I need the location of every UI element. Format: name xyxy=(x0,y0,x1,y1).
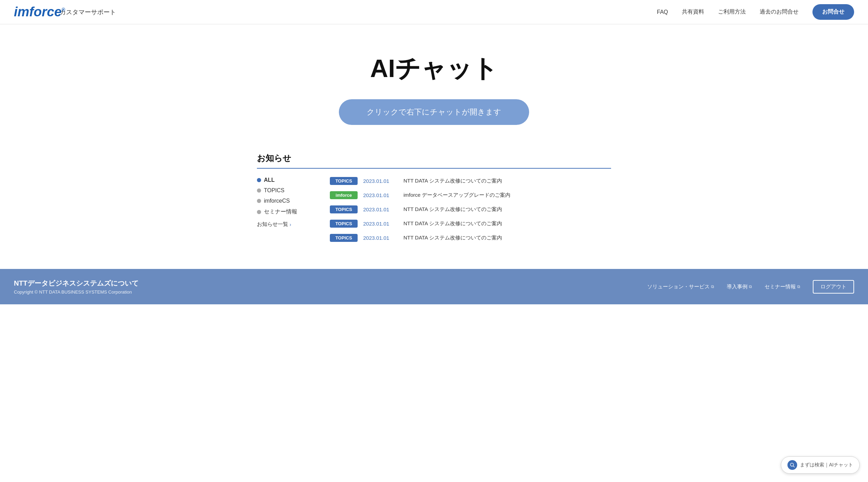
external-link-icon-2: ⧉ xyxy=(749,284,752,289)
external-link-icon-3: ⧉ xyxy=(797,284,800,289)
notice-item-2[interactable]: imforce 2023.01.01 imforce データベースアップグレード… xyxy=(330,191,611,199)
filter-dot-seminar xyxy=(257,210,261,214)
filter-label-all: ALL xyxy=(264,177,275,183)
notice-text-1: NTT DATA システム改修についてのご案内 xyxy=(403,178,502,184)
footer-copyright: Copyright © NTT DATA BUSINESS SYSTEMS Co… xyxy=(14,289,139,295)
filter-seminar[interactable]: セミナー情報 xyxy=(257,208,309,215)
notice-text-5: NTT DATA システム改修についてのご案内 xyxy=(403,235,502,241)
notices-sidebar: ALL TOPICS imforceCS セミナー情報 お知らせ一覧 › xyxy=(257,177,309,248)
tag-topics-4: TOPICS xyxy=(330,220,358,228)
header-logo: imforce® カスタマーサポート xyxy=(14,5,116,20)
logo[interactable]: imforce® xyxy=(14,5,56,20)
header-subtitle: カスタマーサポート xyxy=(60,8,116,16)
tag-topics-1: TOPICS xyxy=(330,177,358,185)
filter-topics[interactable]: TOPICS xyxy=(257,187,309,194)
chevron-right-icon: › xyxy=(290,222,291,227)
notices-list: TOPICS 2023.01.01 NTT DATA システム改修についてのご案… xyxy=(330,177,611,248)
filter-dot-topics xyxy=(257,188,261,193)
filter-all[interactable]: ALL xyxy=(257,177,309,183)
footer-nav-solutions-label: ソリューション・サービス xyxy=(647,284,710,290)
notices-title: お知らせ xyxy=(257,153,611,164)
filter-dot-imforcecs xyxy=(257,199,261,203)
notice-item-5[interactable]: TOPICS 2023.01.01 NTT DATA システム改修についてのご案… xyxy=(330,234,611,242)
main-nav: FAQ 共有資料 ご利用方法 過去のお問合せ お問合せ xyxy=(657,4,854,20)
notice-item-1[interactable]: TOPICS 2023.01.01 NTT DATA システム改修についてのご案… xyxy=(330,177,611,185)
nav-faq[interactable]: FAQ xyxy=(657,9,668,15)
logout-button[interactable]: ログアウト xyxy=(813,280,854,294)
header: imforce® カスタマーサポート FAQ 共有資料 ご利用方法 過去のお問合… xyxy=(0,0,868,24)
notice-text-4: NTT DATA システム改修についてのご案内 xyxy=(403,220,502,227)
filter-label-topics: TOPICS xyxy=(264,187,284,194)
notice-text-3: NTT DATA システム改修についてのご案内 xyxy=(403,206,502,213)
notice-date-3: 2023.01.01 xyxy=(363,206,398,212)
notices-all-link[interactable]: お知らせ一覧 › xyxy=(257,221,309,228)
notice-date-4: 2023.01.01 xyxy=(363,221,398,227)
notices-section: お知らせ ALL TOPICS imforceCS セミナー情報 お知らせ一覧 xyxy=(243,146,625,262)
tag-imforce-2: imforce xyxy=(330,191,358,199)
nav-past-inquiries[interactable]: 過去のお問合せ xyxy=(760,8,799,16)
footer: NTTデータビジネスシステムズについて Copyright © NTT DATA… xyxy=(0,269,868,304)
chat-open-button[interactable]: クリックで右下にチャットが開きます xyxy=(339,99,529,125)
footer-nav-solutions[interactable]: ソリューション・サービス ⧉ xyxy=(647,284,714,290)
nav-how-to-use[interactable]: ご利用方法 xyxy=(718,8,746,16)
external-link-icon-1: ⧉ xyxy=(711,284,714,289)
hero-title: AIチャット xyxy=(14,52,854,85)
footer-nav-cases[interactable]: 導入事例 ⧉ xyxy=(727,284,752,290)
notice-date-1: 2023.01.01 xyxy=(363,178,398,184)
footer-left: NTTデータビジネスシステムズについて Copyright © NTT DATA… xyxy=(14,279,139,295)
tag-topics-3: TOPICS xyxy=(330,205,358,213)
notice-date-2: 2023.01.01 xyxy=(363,192,398,198)
footer-nav-cases-label: 導入事例 xyxy=(727,284,748,290)
footer-nav: ソリューション・サービス ⧉ 導入事例 ⧉ セミナー情報 ⧉ ログアウト xyxy=(647,280,854,294)
filter-label-imforcecs: imforceCS xyxy=(264,198,290,204)
footer-nav-seminar-label: セミナー情報 xyxy=(765,284,796,290)
footer-company: NTTデータビジネスシステムズについて xyxy=(14,279,139,288)
hero-section: AIチャット クリックで右下にチャットが開きます xyxy=(0,24,868,146)
contact-button[interactable]: お問合せ xyxy=(812,4,854,20)
tag-topics-5: TOPICS xyxy=(330,234,358,242)
filter-dot-all xyxy=(257,178,261,182)
nav-shared-docs[interactable]: 共有資料 xyxy=(682,8,704,16)
notices-divider xyxy=(257,168,611,169)
filter-imforcecs[interactable]: imforceCS xyxy=(257,198,309,204)
notice-date-5: 2023.01.01 xyxy=(363,235,398,241)
notices-layout: ALL TOPICS imforceCS セミナー情報 お知らせ一覧 › TOP xyxy=(257,177,611,248)
notice-text-2: imforce データベースアップグレードのご案内 xyxy=(403,192,510,198)
notice-item-4[interactable]: TOPICS 2023.01.01 NTT DATA システム改修についてのご案… xyxy=(330,220,611,228)
filter-label-seminar: セミナー情報 xyxy=(264,208,297,215)
footer-nav-seminar[interactable]: セミナー情報 ⧉ xyxy=(765,284,800,290)
notices-all-label: お知らせ一覧 xyxy=(257,221,288,228)
notice-item-3[interactable]: TOPICS 2023.01.01 NTT DATA システム改修についてのご案… xyxy=(330,205,611,213)
